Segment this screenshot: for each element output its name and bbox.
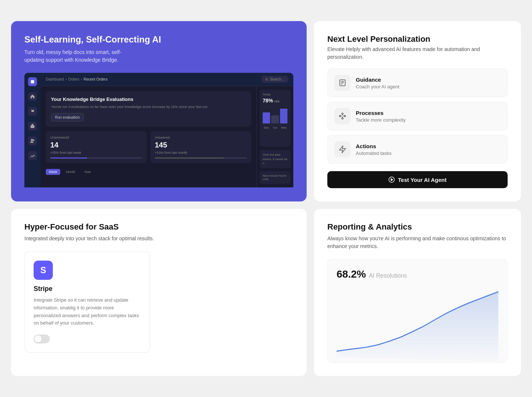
dash-info-box: Over the past tickets. It needs 84 n (260, 150, 290, 168)
reporting-desc: Always know how you're AI is performing … (327, 235, 508, 250)
processes-desc: Tackle more complexity (356, 117, 406, 123)
stripe-integration-card: S Stripe Integrate Stripe so it can retr… (24, 251, 150, 353)
dash-content: Your Knowledge Bridge Evaluations You've… (41, 86, 293, 187)
bar-3 (280, 109, 287, 123)
guidance-icon-box (334, 75, 351, 91)
feature-list: Guidance Coach your AI agent (327, 68, 508, 164)
svg-rect-1 (31, 125, 35, 128)
dash-search[interactable]: Search... (262, 76, 288, 83)
analytics-header: 68.2% AI Resolutions (337, 268, 498, 280)
hyper-focused-title: Hyper-Focused for SaaS (24, 222, 293, 232)
unanswered-label: Unanswered (50, 136, 142, 139)
chart-area-fill (337, 292, 498, 362)
stripe-name: Stripe (34, 285, 141, 293)
stripe-description: Integrate Stripe so it can retrieve and … (34, 296, 141, 327)
processes-text: Processes Tackle more complexity (356, 110, 406, 123)
dash-sidebar (24, 73, 41, 187)
stripe-toggle[interactable] (34, 335, 50, 343)
answered-change: +10% from last month (155, 151, 247, 155)
sidebar-icon-box (28, 122, 37, 130)
analytics-percentage: 68.2% (337, 268, 366, 280)
unanswered-progress-bar (50, 157, 142, 159)
sidebar-icon-home (28, 92, 37, 101)
analytics-label: AI Resolutions (369, 272, 407, 279)
bar-labels: Mon Tue Wed (263, 126, 287, 129)
feature-actions: Actions Automated tasks (327, 135, 508, 164)
analytics-chart (337, 288, 498, 362)
answered-stat-box: Answered 145 +10% from last month (150, 131, 251, 163)
dash-bars (263, 105, 287, 123)
chart-label: Today (263, 93, 287, 96)
guidance-icon (338, 79, 347, 87)
svg-point-4 (266, 78, 267, 80)
tab-year[interactable]: Year (81, 169, 94, 175)
svg-point-12 (342, 118, 343, 119)
dash-chart-area: Today 78% res Mon Tue Wed (260, 90, 290, 147)
toggle-row (34, 335, 141, 343)
dash-topbar: Dashboard › Orders › Recent Orders Searc… (41, 73, 293, 86)
stripe-letter: S (40, 265, 46, 275)
self-learning-card: Self-Learning, Self-Correcting AI Turn o… (11, 21, 307, 201)
dash-tab-row: Week Month Year (46, 169, 251, 175)
personalization-title: Next Level Personalization (327, 34, 508, 44)
dash-breadcrumb: Dashboard › Orders › Recent Orders (46, 77, 108, 81)
actions-icon (338, 145, 347, 153)
unanswered-count: 14 (50, 141, 142, 149)
hero-title: Self-Learning, Self-Correcting AI (24, 34, 293, 45)
answered-progress-fill (155, 157, 224, 159)
processes-icon (338, 112, 347, 120)
svg-point-2 (31, 139, 33, 141)
personalization-header: Next Level Personalization Elevate Helpl… (327, 34, 508, 61)
svg-point-10 (342, 113, 343, 115)
play-icon (388, 176, 395, 183)
dash-new-box: New Knowl You're crea (260, 171, 290, 184)
chart-pct: 78% res (263, 98, 287, 104)
hero-description: Turn old, messy help docs into smart, se… (24, 48, 128, 64)
chart-sub: res (274, 99, 280, 103)
guidance-title: Guidance (356, 77, 399, 83)
tab-week[interactable]: Week (46, 169, 60, 175)
sidebar-icon-users (28, 136, 37, 145)
answered-label: Answered (155, 136, 247, 139)
bar-1 (263, 112, 270, 123)
svg-point-11 (344, 115, 346, 117)
sidebar-icon-logo (28, 77, 37, 86)
hyper-focused-desc: Integrated deeply into your tech stack f… (24, 235, 293, 242)
feature-processes: Processes Tackle more complexity (327, 102, 508, 130)
info-text: Over the past tickets. It needs 84 n (263, 153, 287, 165)
dash-right: Today 78% res Mon Tue Wed (256, 86, 293, 187)
tab-month[interactable]: Month (63, 169, 78, 175)
dash-left: Your Knowledge Bridge Evaluations You've… (41, 86, 256, 187)
answered-count: 145 (155, 141, 247, 149)
toggle-knob (34, 335, 42, 343)
svg-point-9 (340, 115, 341, 117)
actions-desc: Automated tasks (356, 150, 392, 156)
knowledge-box-title: Your Knowledge Bridge Evaluations (51, 96, 246, 102)
test-agent-label: Test Your AI Agent (398, 177, 446, 183)
feature-guidance: Guidance Coach your AI agent (327, 68, 508, 97)
unanswered-change: +25% from last week (50, 151, 142, 155)
actions-text: Actions Automated tasks (356, 143, 392, 156)
breadcrumb-recent-orders: Recent Orders (83, 77, 108, 81)
actions-icon-box (334, 141, 351, 157)
svg-rect-0 (31, 80, 34, 84)
dash-knowledge-box: Your Knowledge Bridge Evaluations You've… (46, 91, 251, 127)
dash-stats-row: Unanswered 14 +25% from last week Answer… (46, 131, 251, 163)
test-agent-button[interactable]: Test Your AI Agent (327, 171, 508, 188)
personalization-card: Next Level Personalization Elevate Helpl… (314, 21, 521, 201)
search-label: Search... (270, 77, 284, 81)
breadcrumb-orders: Orders (68, 77, 79, 81)
processes-title: Processes (356, 110, 406, 116)
sidebar-icon-cart (28, 107, 37, 116)
sidebar-icon-chart (28, 151, 37, 160)
actions-title: Actions (356, 143, 392, 149)
knowledge-box-desc: You've run 3 evaluations so far have see… (51, 104, 246, 109)
unanswered-progress-fill (50, 157, 87, 159)
new-text: New Knowl You're crea (263, 174, 287, 181)
run-evaluation-button[interactable]: Run evaluation (51, 113, 84, 122)
svg-marker-18 (391, 179, 393, 181)
processes-icon-box (334, 108, 351, 124)
dashboard-mockup: Dashboard › Orders › Recent Orders Searc… (24, 73, 293, 187)
hyper-focused-card: Hyper-Focused for SaaS Integrated deeply… (11, 209, 307, 376)
breadcrumb-dashboard: Dashboard (46, 77, 64, 81)
